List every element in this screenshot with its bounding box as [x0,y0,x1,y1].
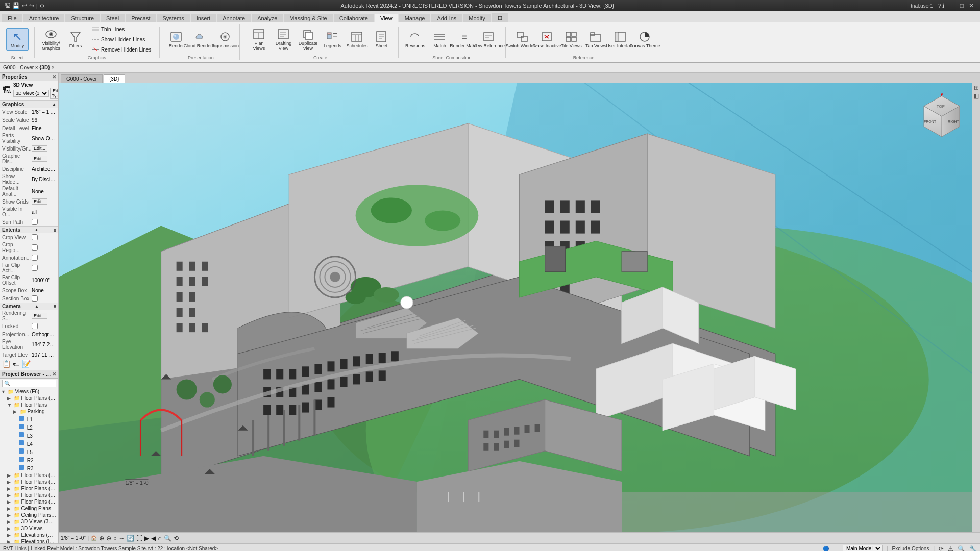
drafting-view-tool[interactable]: DraftingView [272,26,295,53]
help-icon[interactable]: ? [938,3,941,9]
tab-collaborate[interactable]: Collaborate [334,14,374,22]
tree-3d-views[interactable]: ▶ 📁 3D Views [0,525,58,532]
prop-icon-1[interactable]: 📋 [2,360,11,368]
visibility-edit-btn[interactable]: Edit... [32,145,47,152]
match-line-tool[interactable]: Match [428,28,451,51]
exclude-options[interactable]: Exclude Options [892,546,929,551]
quick-access-save[interactable]: 💾 [12,2,20,9]
tree-l5[interactable]: L5 [0,447,58,456]
prop-icon-3[interactable]: 📝 [22,360,31,368]
tab-architecture[interactable]: Architecture [23,14,65,22]
tab-massing[interactable]: Massing & Site [284,14,332,22]
tab-cover[interactable]: G000 - Cover [61,74,103,83]
far-clip-checkbox[interactable] [32,265,38,271]
crop-region-checkbox[interactable] [32,244,38,251]
tree-views[interactable]: ▼ 📁 Views (F6) [0,388,58,395]
nav-btn-12[interactable]: ⟲ [174,535,179,542]
edit-type-button[interactable]: Edit Type [50,88,58,99]
tree-r2[interactable]: R2 [0,456,58,464]
tab-3d[interactable]: {3D} [104,74,125,83]
tree-fp-life[interactable]: ▶ 📁 Floor Plans (Life Safety Fl... [0,472,58,479]
nav-btn-6[interactable]: 🔄 [127,535,134,542]
views-expand[interactable]: ▼ [1,389,6,394]
tree-elevations-interior[interactable]: ▶ 📁 Elevations (Interior Elevati... [0,538,58,543]
nav-btn-9[interactable]: ◀ [151,535,156,542]
type-selector[interactable]: 3D View: {3D} [13,90,49,97]
switch-windows-tool[interactable]: Switch Windows [511,28,533,51]
maximize-button[interactable]: □ [958,2,966,9]
tools-icon[interactable]: 🔧 [969,545,977,552]
nav-btn-7[interactable]: ⛶ [136,535,142,542]
nav-btn-8[interactable]: ▶ [144,535,149,542]
canvas-theme-tool[interactable]: Canvas Theme [633,28,656,51]
rt-icon-2[interactable]: ◧ [973,92,979,99]
tree-ceiling-plans[interactable]: ▶ 📁 Ceiling Plans [0,505,58,512]
info-icon[interactable]: ℹ [942,3,944,9]
nav-btn-1[interactable]: 🏠 [91,535,97,541]
rendering-edit-btn[interactable]: Edit... [32,313,47,319]
breadcrumb-cover[interactable]: G000 - Cover [3,65,34,70]
cloud-rendering-tool[interactable]: Cloud Rendering [189,28,212,51]
filters-tool[interactable]: Filters [64,28,87,51]
breadcrumb-3d[interactable]: {3D} [39,65,50,70]
nav-btn-2[interactable]: ⊕ [99,535,104,542]
tree-fp-working[interactable]: ▶ 📁 Floor Plans (Working) [0,492,58,498]
quick-access-sync[interactable]: ⚙ [40,3,44,9]
tree-floor-plans-enlarged[interactable]: ▶ 📁 Floor Plans (Enlarged Plan) [0,395,58,402]
nav-btn-3[interactable]: ⊖ [106,535,111,542]
graphic-dis-edit-btn[interactable]: Edit... [32,156,47,162]
nav-btn-5[interactable]: ↔ [118,535,125,542]
tree-l2[interactable]: L2 [0,423,58,431]
tab-steel[interactable]: Steel [101,14,125,22]
locked-checkbox[interactable] [32,323,38,329]
modify-tool[interactable]: ↖ Modify [6,28,29,51]
visibility-graphics-tool[interactable]: Visibility/Graphics [40,26,62,53]
prop-section-extents[interactable]: Extents ▲ 8 [0,226,58,233]
close-inactive-tool[interactable]: Close Inactive [535,28,558,51]
nav-btn-10[interactable]: ⌂ [158,535,161,542]
nav-btn-11[interactable]: 🔍 [164,535,172,542]
warning-icon[interactable]: ⚠ [948,545,953,552]
user-interface-tool[interactable]: User Interface [609,28,631,51]
tree-l1[interactable]: L1 [0,415,58,423]
tab-systems[interactable]: Systems [157,14,189,22]
transmission-tool[interactable]: Transmission [214,28,236,51]
sync-btn[interactable]: ⟳ [939,545,944,552]
rt-icon-1[interactable]: ⊞ [974,84,979,91]
tree-elevations-building[interactable]: ▶ 📁 Elevations (Building Elevati... [0,532,58,538]
extents-more[interactable]: 8 [54,228,56,233]
properties-close[interactable]: ✕ [52,74,56,80]
revisions-tool[interactable]: Revisions [404,28,426,51]
show-hidden-lines-tool[interactable]: Show Hidden Lines [89,35,154,44]
tab-views-tool[interactable]: Tab Views [584,28,607,51]
tab-structure[interactable]: Structure [65,14,100,22]
tile-views-tool[interactable]: Tile Views [560,28,582,51]
show-grids-edit-btn[interactable]: Edit... [32,198,47,205]
tree-fp-schematic[interactable]: ▶ 📁 Floor Plans (Schematic Pl... [0,479,58,485]
nav-btn-4[interactable]: ↕ [113,535,116,542]
tree-3d-coordinator[interactable]: ▶ 📁 3D Views (3D Coordinatio... [0,518,58,525]
thin-lines-tool[interactable]: Thin Lines [89,24,154,34]
tree-fp-site[interactable]: ▶ 📁 Floor Plans (Site Plan) [0,485,58,492]
tree-l3[interactable]: L3 [0,431,58,439]
tab-insert[interactable]: Insert [191,14,216,22]
quick-access-undo[interactable]: ↩ [22,2,27,9]
crop-view-checkbox[interactable] [32,234,38,240]
tab-view[interactable]: View [375,14,398,22]
schedules-tool[interactable]: Schedules [346,28,368,51]
tree-l4[interactable]: L4 [0,439,58,447]
workset-selector[interactable]: Main Model [843,545,883,551]
tab-precast[interactable]: Precast [126,14,156,22]
quick-access-redo[interactable]: ↪ [29,2,34,9]
tree-r3[interactable]: R3 [0,464,58,472]
browser-close[interactable]: ✕ [52,371,56,377]
section-box-checkbox[interactable] [32,295,38,302]
sheet-tool[interactable]: Sheet [370,28,393,51]
plan-views-tool[interactable]: PlanViews [248,26,270,53]
annotation-checkbox[interactable] [32,255,38,261]
tree-ceiling-working[interactable]: ▶ 📁 Ceiling Plans (Working) [0,512,58,518]
legends-tool[interactable]: Legends [321,28,344,51]
sun-path-checkbox[interactable] [32,219,38,225]
tree-fp-working-dims[interactable]: ▶ 📁 Floor Plans (Working Dime... [0,498,58,505]
tree-parking[interactable]: ▶ 📁 Parking [0,408,58,415]
